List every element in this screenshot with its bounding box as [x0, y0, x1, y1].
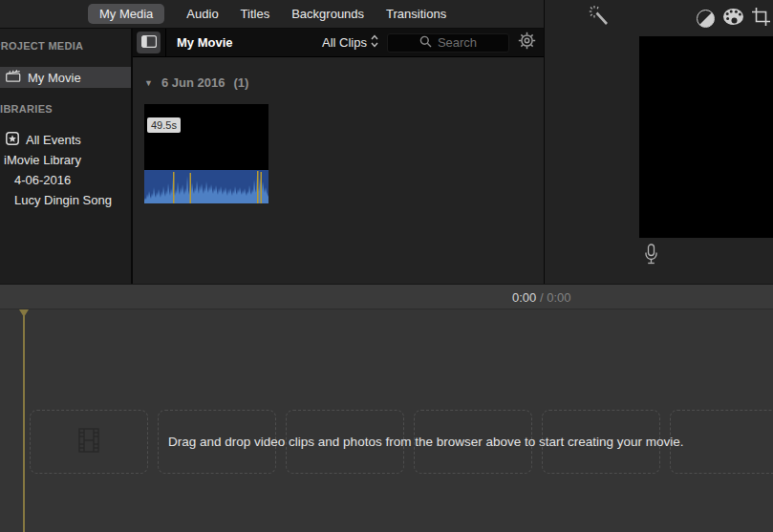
sidebar-item-all-events[interactable]: All Events	[0, 130, 131, 150]
tab-audio[interactable]: Audio	[186, 7, 218, 21]
browser-settings-button[interactable]	[518, 32, 536, 53]
clip-browser: My Movie All Clips	[133, 29, 544, 284]
sidebar-item-4-06-2016[interactable]: 4-06-2016	[0, 170, 131, 190]
gear-icon	[518, 36, 536, 53]
clip-duration-badge: 49.5s	[147, 117, 181, 133]
project-media-header: PROJECT MEDIA	[0, 40, 131, 52]
drop-slot	[30, 410, 148, 474]
timeline-placeholder-text: Drag and drop video clips and photos fro…	[168, 435, 684, 449]
tab-backgrounds[interactable]: Backgrounds	[291, 7, 364, 21]
current-time: 0:00	[512, 289, 536, 304]
clip-group-header[interactable]: ▼ 6 Jun 2016 (1)	[144, 75, 534, 90]
crop-button[interactable]	[752, 8, 770, 30]
search-icon	[419, 34, 432, 52]
magic-wand-icon	[589, 15, 612, 32]
search-input[interactable]: Search	[387, 33, 509, 53]
clapperboard-icon	[6, 70, 21, 85]
top-section: My Media Audio Titles Backgrounds Transi…	[0, 0, 773, 284]
playhead-handle-icon[interactable]	[19, 309, 29, 317]
all-clips-filter[interactable]: All Clips	[322, 34, 378, 51]
left-body: PROJECT MEDIA My Movie LIBRARIES	[0, 29, 544, 284]
color-balance-icon	[697, 10, 715, 28]
time-separator: /	[540, 289, 544, 304]
total-time: 0:00	[547, 289, 570, 304]
imovie-window: My Media Audio Titles Backgrounds Transi…	[0, 0, 773, 532]
libraries-sidebar: PROJECT MEDIA My Movie LIBRARIES	[0, 29, 133, 284]
group-date: 6 Jun 2016	[161, 75, 225, 90]
updown-chevron-icon	[371, 34, 378, 51]
viewer-canvas	[639, 36, 773, 238]
group-count: (1)	[233, 75, 248, 90]
media-pane: My Media Audio Titles Backgrounds Transi…	[0, 0, 545, 284]
sidebar-toggle-button[interactable]	[137, 32, 161, 53]
tab-transitions[interactable]: Transitions	[386, 7, 446, 21]
search-placeholder: Search	[438, 35, 477, 50]
sidebar-item-lucy-dingin-song[interactable]: Lucy Dingin Song	[0, 190, 131, 210]
sidebar-toggle-icon	[141, 34, 157, 52]
sidebar-item-imovie-library[interactable]: iMovie Library	[0, 150, 131, 170]
viewer-pane	[545, 0, 773, 284]
playhead[interactable]	[23, 309, 25, 532]
browser-content: ▼ 6 Jun 2016 (1)	[133, 57, 544, 284]
time-display: 0:00 / 0:00	[512, 289, 571, 304]
drop-slot	[670, 410, 773, 474]
transport-bar: 0:00 / 0:00	[0, 284, 773, 309]
video-clip-thumbnail[interactable]: 49.5s	[144, 104, 268, 203]
tab-titles[interactable]: Titles	[241, 7, 270, 21]
disclosure-triangle-icon: ▼	[144, 78, 153, 88]
sidebar-item-label: All Events	[26, 133, 81, 147]
voiceover-record-button[interactable]	[644, 244, 658, 269]
filter-label: All Clips	[322, 35, 367, 50]
viewer-adjust-toolbar	[697, 8, 770, 30]
browser-title: My Movie	[177, 35, 233, 50]
filmstrip-icon	[78, 428, 99, 457]
clip-video-frame	[144, 104, 268, 170]
microphone-icon	[644, 252, 658, 268]
timeline: Drag and drop video clips and photos fro…	[0, 309, 773, 532]
star-icon	[6, 132, 19, 148]
palette-icon	[722, 12, 744, 29]
auto-enhance-button[interactable]	[589, 4, 612, 32]
color-balance-button[interactable]	[697, 10, 715, 28]
sidebar-item-label: My Movie	[28, 71, 81, 85]
sidebar-item-label: iMovie Library	[4, 153, 81, 167]
crop-icon	[752, 12, 770, 29]
sidebar-item-my-movie[interactable]: My Movie	[0, 67, 131, 88]
browser-toolbar: My Movie All Clips	[133, 29, 544, 57]
sidebar-item-label: 4-06-2016	[14, 173, 71, 187]
clip-audio-waveform	[144, 170, 268, 207]
header-divider	[165, 29, 166, 56]
tab-my-media[interactable]: My Media	[88, 4, 164, 24]
media-tab-bar: My Media Audio Titles Backgrounds Transi…	[0, 0, 544, 29]
sidebar-item-label: Lucy Dingin Song	[14, 193, 112, 207]
libraries-header: LIBRARIES	[0, 103, 131, 115]
color-correction-button[interactable]	[722, 8, 744, 30]
